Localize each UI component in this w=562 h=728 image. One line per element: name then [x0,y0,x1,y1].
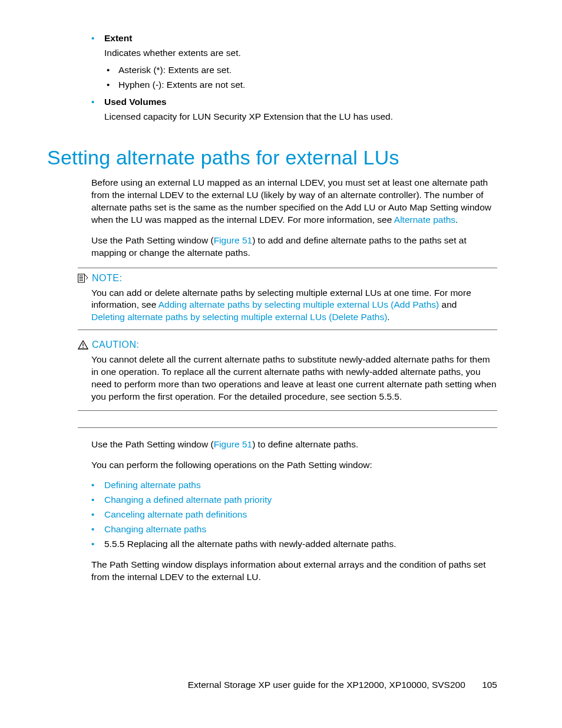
link-op4[interactable]: Changing alternate paths [104,524,206,534]
note-body: You can add or delete alternate paths by… [91,287,497,324]
extent-desc: Indicates whether extents are set. [104,47,497,60]
para2-a: Use the Path Setting window ( [91,235,214,245]
note-body-b: and [439,299,457,309]
extent-sub2: Hyphen (-): Extents are not set. [104,79,497,91]
op-change-priority: Changing a defined alternate path priori… [91,494,497,506]
note-body-c: . [387,312,389,322]
svg-point-6 [82,347,84,348]
used-volumes-title: Used Volumes [104,97,167,107]
link-add-paths[interactable]: Adding alternate paths by selecting mult… [158,299,439,309]
note-label: NOTE: [92,272,122,285]
caution-icon [78,340,88,350]
document-page: Extent Indicates whether extents are set… [0,0,562,728]
op-change-paths: Changing alternate paths [91,523,497,536]
paragraph-2: Use the Path Setting window (Figure 51) … [91,235,497,259]
note-rule-top [78,268,497,268]
note-header: NOTE: [78,272,497,285]
extent-title: Extent [104,33,132,43]
op-replace: 5.5.5 Replacing all the alternate paths … [91,538,497,551]
link-figure-51-b[interactable]: Figure 51 [214,439,252,449]
caution-rule-bottom [78,410,497,411]
link-delete-paths[interactable]: Deleting alternate paths by selecting mu… [91,312,387,322]
note-icon [78,274,88,283]
section-heading: Setting alternate paths for external LUs [47,144,497,172]
caution-label: CAUTION: [92,338,139,351]
paragraph-1: Before using an external LU mapped as an… [91,177,497,226]
op-cancel: Canceling alternate path definitions [91,509,497,521]
para3-b: ) to define alternate paths. [252,439,358,449]
page-number: 105 [482,680,497,690]
top-list: Extent Indicates whether extents are set… [91,32,497,123]
link-op3[interactable]: Canceling alternate path definitions [104,509,247,519]
list-item-extent: Extent [91,32,497,45]
used-volumes-desc: Licensed capacity for LUN Security XP Ex… [104,111,497,123]
body-block-2: Use the Path Setting window (Figure 51) … [91,439,497,584]
footer-text: External Storage XP user guide for the X… [188,680,465,690]
para3-a: Use the Path Setting window ( [91,439,214,449]
extent-sub1: Asterisk (*): Extents are set. [104,64,497,77]
svg-rect-0 [78,274,85,282]
divider-rule [78,427,497,428]
caution-header: CAUTION: [78,338,497,351]
page-footer: External Storage XP user guide for the X… [188,679,497,691]
link-figure-51-a[interactable]: Figure 51 [214,235,252,245]
link-op2[interactable]: Changing a defined alternate path priori… [104,495,272,505]
paragraph-3: Use the Path Setting window (Figure 51) … [91,439,497,451]
link-op1[interactable]: Defining alternate paths [104,480,201,490]
link-alternate-paths[interactable]: Alternate paths [394,215,455,225]
body-block: Before using an external LU mapped as an… [91,177,497,259]
note-callout: NOTE: You can add or delete alternate pa… [78,268,497,330]
paragraph-5: The Path Setting window displays informa… [91,559,497,584]
op-define: Defining alternate paths [91,479,497,492]
extent-sublist: Asterisk (*): Extents are set. Hyphen (-… [104,64,497,91]
operations-list: Defining alternate paths Changing a defi… [91,479,497,551]
list-item-used-volumes: Used Volumes [91,96,497,108]
caution-callout: CAUTION: You cannot delete all the curre… [78,338,497,427]
caution-body: You cannot delete all the current altern… [91,354,497,403]
paragraph-4: You can perform the following operations… [91,459,497,472]
para1-b: . [455,215,458,225]
note-rule-bottom [78,330,497,330]
